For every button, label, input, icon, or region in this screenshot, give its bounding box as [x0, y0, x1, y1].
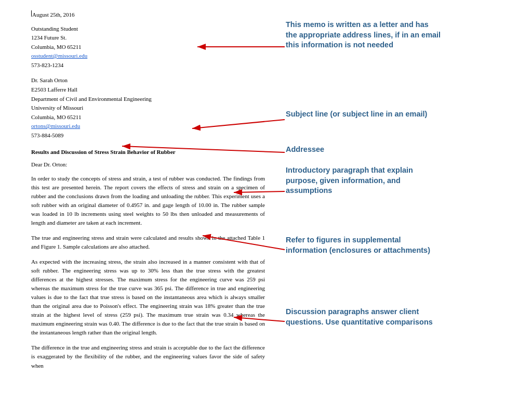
- sender-address1: 1234 Future St.: [31, 33, 265, 43]
- recipient-phone: 573-884-5089: [31, 131, 265, 140]
- doc-salutation: Dear Dr. Orton:: [31, 160, 265, 169]
- recipient-name: Dr. Sarah Orton: [31, 76, 265, 85]
- doc-sender: Outstanding Student 1234 Future St. Colu…: [31, 24, 265, 70]
- annotation-addressee: Addressee: [286, 145, 431, 155]
- sender-name: Outstanding Student: [31, 24, 265, 34]
- sender-phone: 573-823-1234: [31, 61, 265, 70]
- date-text: August 25th, 2016: [32, 11, 75, 18]
- doc-subject: Results and Discussion of Stress Strain …: [31, 148, 265, 157]
- recipient-email: ortons@missouri.edu: [31, 122, 265, 131]
- annotation-figures: Refer to figures in supplemental informa…: [286, 235, 442, 255]
- recipient-department: Department of Civil and Environmental En…: [31, 95, 265, 104]
- page-container: August 25th, 2016 Outstanding Student 12…: [0, 0, 532, 401]
- doc-paragraph-3: As expected with the increasing stress, …: [31, 257, 265, 337]
- document-area: August 25th, 2016 Outstanding Student 12…: [0, 0, 281, 401]
- doc-recipient: Dr. Sarah Orton E2503 Lafferre Hall Depa…: [31, 76, 265, 140]
- annotation-subject: Subject line (or subject line in an emai…: [286, 109, 436, 120]
- annotation-discussion: Discussion paragraphs answer client ques…: [286, 307, 442, 327]
- recipient-city: Columbia, MO 65211: [31, 113, 265, 122]
- sender-city: Columbia, MO 65211: [31, 43, 265, 52]
- doc-paragraph-4: The difference in the true and engineeri…: [31, 343, 265, 370]
- doc-date: August 25th, 2016: [31, 10, 265, 19]
- annotations-area: This memo is written as a letter and has…: [281, 0, 532, 401]
- sender-email: osstudent@missouri.edu: [31, 51, 265, 61]
- doc-paragraph-1: In order to study the concepts of stress…: [31, 174, 265, 227]
- recipient-building: E2503 Lafferre Hall: [31, 85, 265, 95]
- annotation-address: This memo is written as a letter and has…: [286, 20, 442, 50]
- doc-paragraph-2: The true and engineering stress and stra…: [31, 234, 265, 251]
- recipient-university: University of Missouri: [31, 104, 265, 113]
- annotation-intro: Introductory paragraph that explain purp…: [286, 165, 442, 196]
